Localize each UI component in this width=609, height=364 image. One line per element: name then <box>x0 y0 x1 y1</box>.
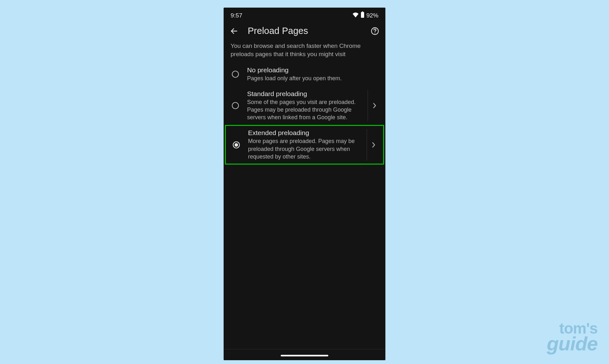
svg-rect-0 <box>361 12 364 18</box>
battery-percent: 92% <box>366 12 378 19</box>
option-description: Pages load only after you open them. <box>247 75 381 82</box>
radio-button[interactable] <box>229 102 241 109</box>
svg-point-8 <box>235 143 238 146</box>
status-right-cluster: 92% <box>352 11 378 19</box>
nav-separator <box>224 349 385 349</box>
status-bar: 9:57 92% <box>224 8 385 21</box>
page-title: Preload Pages <box>248 26 361 36</box>
back-icon[interactable] <box>230 27 238 35</box>
option-label: No preloading <box>247 66 381 74</box>
battery-icon <box>361 11 364 19</box>
option-description: Some of the pages you visit are preloade… <box>247 98 359 121</box>
radio-button[interactable] <box>230 141 242 149</box>
option-body: No preloadingPages load only after you o… <box>247 66 381 82</box>
svg-rect-1 <box>362 11 363 12</box>
svg-point-6 <box>232 102 239 109</box>
title-bar: Preload Pages <box>224 21 385 42</box>
option-description: More pages are preloaded. Pages may be p… <box>248 137 358 160</box>
chevron-right-icon[interactable] <box>367 129 380 160</box>
watermark-logo: tom's guide <box>547 322 598 353</box>
option-body: Standard preloadingSome of the pages you… <box>247 90 359 121</box>
help-icon[interactable] <box>371 27 379 35</box>
home-indicator[interactable] <box>281 355 328 356</box>
phone-frame: 9:57 92% Preload Pages You can browse an… <box>224 8 385 360</box>
option-body: Extended preloadingMore pages are preloa… <box>248 129 358 160</box>
svg-point-5 <box>232 71 239 77</box>
status-time: 9:57 <box>231 12 242 19</box>
option-label: Extended preloading <box>248 129 358 137</box>
wifi-icon <box>352 12 359 19</box>
options-list: No preloadingPages load only after you o… <box>224 62 385 165</box>
radio-button[interactable] <box>229 70 241 78</box>
option-row-0[interactable]: No preloadingPages load only after you o… <box>224 62 385 86</box>
intro-text: You can browse and search faster when Ch… <box>224 42 385 62</box>
chevron-right-icon[interactable] <box>368 90 381 121</box>
option-row-1[interactable]: Standard preloadingSome of the pages you… <box>224 86 385 125</box>
option-label: Standard preloading <box>247 90 359 98</box>
option-row-2[interactable]: Extended preloadingMore pages are preloa… <box>225 125 384 165</box>
svg-point-4 <box>375 32 375 33</box>
watermark-line2: guide <box>547 333 598 354</box>
